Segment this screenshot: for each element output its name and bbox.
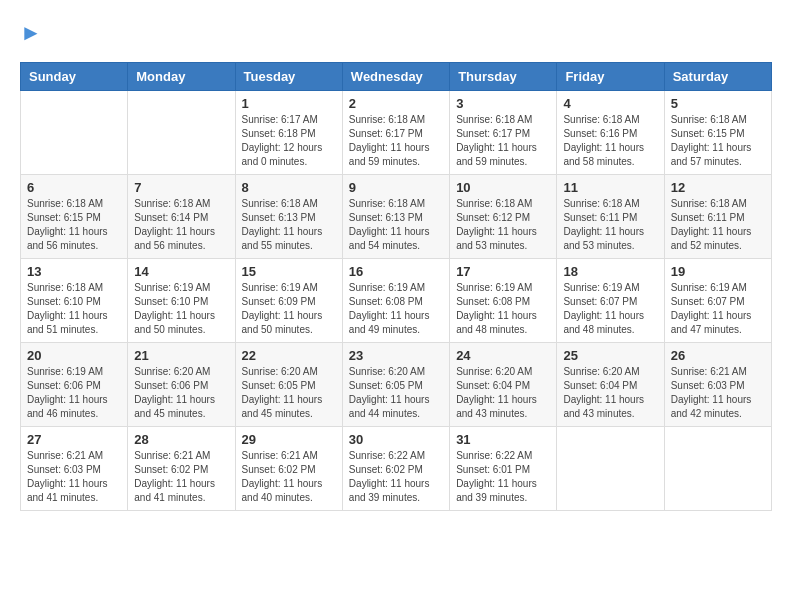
weekday-header-wednesday: Wednesday <box>342 63 449 91</box>
calendar-cell: 14Sunrise: 6:19 AM Sunset: 6:10 PM Dayli… <box>128 259 235 343</box>
day-number: 6 <box>27 180 121 195</box>
day-detail: Sunrise: 6:21 AM Sunset: 6:03 PM Dayligh… <box>27 449 121 505</box>
calendar-cell: 26Sunrise: 6:21 AM Sunset: 6:03 PM Dayli… <box>664 343 771 427</box>
day-detail: Sunrise: 6:18 AM Sunset: 6:17 PM Dayligh… <box>349 113 443 169</box>
day-number: 26 <box>671 348 765 363</box>
day-detail: Sunrise: 6:19 AM Sunset: 6:07 PM Dayligh… <box>671 281 765 337</box>
day-detail: Sunrise: 6:19 AM Sunset: 6:09 PM Dayligh… <box>242 281 336 337</box>
calendar-cell: 18Sunrise: 6:19 AM Sunset: 6:07 PM Dayli… <box>557 259 664 343</box>
day-number: 23 <box>349 348 443 363</box>
calendar-cell: 8Sunrise: 6:18 AM Sunset: 6:13 PM Daylig… <box>235 175 342 259</box>
weekday-header-row: SundayMondayTuesdayWednesdayThursdayFrid… <box>21 63 772 91</box>
day-detail: Sunrise: 6:18 AM Sunset: 6:17 PM Dayligh… <box>456 113 550 169</box>
calendar-cell: 10Sunrise: 6:18 AM Sunset: 6:12 PM Dayli… <box>450 175 557 259</box>
calendar-cell: 9Sunrise: 6:18 AM Sunset: 6:13 PM Daylig… <box>342 175 449 259</box>
logo: ► <box>20 20 42 46</box>
weekday-header-saturday: Saturday <box>664 63 771 91</box>
calendar-week-5: 27Sunrise: 6:21 AM Sunset: 6:03 PM Dayli… <box>21 427 772 511</box>
day-detail: Sunrise: 6:18 AM Sunset: 6:15 PM Dayligh… <box>27 197 121 253</box>
calendar-cell: 30Sunrise: 6:22 AM Sunset: 6:02 PM Dayli… <box>342 427 449 511</box>
day-detail: Sunrise: 6:17 AM Sunset: 6:18 PM Dayligh… <box>242 113 336 169</box>
calendar-cell: 21Sunrise: 6:20 AM Sunset: 6:06 PM Dayli… <box>128 343 235 427</box>
day-detail: Sunrise: 6:20 AM Sunset: 6:04 PM Dayligh… <box>563 365 657 421</box>
day-number: 15 <box>242 264 336 279</box>
day-number: 1 <box>242 96 336 111</box>
weekday-header-tuesday: Tuesday <box>235 63 342 91</box>
calendar-week-4: 20Sunrise: 6:19 AM Sunset: 6:06 PM Dayli… <box>21 343 772 427</box>
day-number: 5 <box>671 96 765 111</box>
day-number: 18 <box>563 264 657 279</box>
day-number: 21 <box>134 348 228 363</box>
day-number: 29 <box>242 432 336 447</box>
day-number: 28 <box>134 432 228 447</box>
calendar-cell <box>21 91 128 175</box>
calendar-cell: 19Sunrise: 6:19 AM Sunset: 6:07 PM Dayli… <box>664 259 771 343</box>
day-detail: Sunrise: 6:20 AM Sunset: 6:06 PM Dayligh… <box>134 365 228 421</box>
day-number: 20 <box>27 348 121 363</box>
day-number: 2 <box>349 96 443 111</box>
calendar-cell: 31Sunrise: 6:22 AM Sunset: 6:01 PM Dayli… <box>450 427 557 511</box>
calendar-cell: 4Sunrise: 6:18 AM Sunset: 6:16 PM Daylig… <box>557 91 664 175</box>
day-number: 30 <box>349 432 443 447</box>
day-detail: Sunrise: 6:20 AM Sunset: 6:05 PM Dayligh… <box>242 365 336 421</box>
weekday-header-friday: Friday <box>557 63 664 91</box>
weekday-header-sunday: Sunday <box>21 63 128 91</box>
calendar-week-1: 1Sunrise: 6:17 AM Sunset: 6:18 PM Daylig… <box>21 91 772 175</box>
day-detail: Sunrise: 6:19 AM Sunset: 6:08 PM Dayligh… <box>349 281 443 337</box>
day-detail: Sunrise: 6:20 AM Sunset: 6:05 PM Dayligh… <box>349 365 443 421</box>
calendar-cell: 28Sunrise: 6:21 AM Sunset: 6:02 PM Dayli… <box>128 427 235 511</box>
calendar-cell: 7Sunrise: 6:18 AM Sunset: 6:14 PM Daylig… <box>128 175 235 259</box>
day-detail: Sunrise: 6:18 AM Sunset: 6:11 PM Dayligh… <box>671 197 765 253</box>
day-number: 13 <box>27 264 121 279</box>
day-detail: Sunrise: 6:20 AM Sunset: 6:04 PM Dayligh… <box>456 365 550 421</box>
calendar-cell: 27Sunrise: 6:21 AM Sunset: 6:03 PM Dayli… <box>21 427 128 511</box>
day-detail: Sunrise: 6:18 AM Sunset: 6:13 PM Dayligh… <box>242 197 336 253</box>
calendar-cell: 6Sunrise: 6:18 AM Sunset: 6:15 PM Daylig… <box>21 175 128 259</box>
day-number: 9 <box>349 180 443 195</box>
calendar-table: SundayMondayTuesdayWednesdayThursdayFrid… <box>20 62 772 511</box>
day-detail: Sunrise: 6:19 AM Sunset: 6:08 PM Dayligh… <box>456 281 550 337</box>
calendar-cell: 29Sunrise: 6:21 AM Sunset: 6:02 PM Dayli… <box>235 427 342 511</box>
calendar-cell: 24Sunrise: 6:20 AM Sunset: 6:04 PM Dayli… <box>450 343 557 427</box>
weekday-header-thursday: Thursday <box>450 63 557 91</box>
day-number: 27 <box>27 432 121 447</box>
calendar-cell: 20Sunrise: 6:19 AM Sunset: 6:06 PM Dayli… <box>21 343 128 427</box>
day-number: 11 <box>563 180 657 195</box>
day-detail: Sunrise: 6:21 AM Sunset: 6:02 PM Dayligh… <box>134 449 228 505</box>
logo-bird-icon: ► <box>20 20 42 45</box>
calendar-cell: 2Sunrise: 6:18 AM Sunset: 6:17 PM Daylig… <box>342 91 449 175</box>
day-detail: Sunrise: 6:21 AM Sunset: 6:03 PM Dayligh… <box>671 365 765 421</box>
day-detail: Sunrise: 6:18 AM Sunset: 6:15 PM Dayligh… <box>671 113 765 169</box>
day-detail: Sunrise: 6:19 AM Sunset: 6:07 PM Dayligh… <box>563 281 657 337</box>
day-number: 10 <box>456 180 550 195</box>
calendar-cell: 1Sunrise: 6:17 AM Sunset: 6:18 PM Daylig… <box>235 91 342 175</box>
day-number: 25 <box>563 348 657 363</box>
calendar-cell: 11Sunrise: 6:18 AM Sunset: 6:11 PM Dayli… <box>557 175 664 259</box>
day-number: 19 <box>671 264 765 279</box>
calendar-cell: 3Sunrise: 6:18 AM Sunset: 6:17 PM Daylig… <box>450 91 557 175</box>
calendar-cell <box>128 91 235 175</box>
day-detail: Sunrise: 6:19 AM Sunset: 6:10 PM Dayligh… <box>134 281 228 337</box>
calendar-cell: 15Sunrise: 6:19 AM Sunset: 6:09 PM Dayli… <box>235 259 342 343</box>
calendar-cell: 12Sunrise: 6:18 AM Sunset: 6:11 PM Dayli… <box>664 175 771 259</box>
day-number: 14 <box>134 264 228 279</box>
day-detail: Sunrise: 6:18 AM Sunset: 6:12 PM Dayligh… <box>456 197 550 253</box>
calendar-cell: 25Sunrise: 6:20 AM Sunset: 6:04 PM Dayli… <box>557 343 664 427</box>
day-detail: Sunrise: 6:22 AM Sunset: 6:02 PM Dayligh… <box>349 449 443 505</box>
day-detail: Sunrise: 6:21 AM Sunset: 6:02 PM Dayligh… <box>242 449 336 505</box>
calendar-cell: 22Sunrise: 6:20 AM Sunset: 6:05 PM Dayli… <box>235 343 342 427</box>
day-number: 8 <box>242 180 336 195</box>
day-number: 24 <box>456 348 550 363</box>
calendar-cell: 5Sunrise: 6:18 AM Sunset: 6:15 PM Daylig… <box>664 91 771 175</box>
day-detail: Sunrise: 6:18 AM Sunset: 6:10 PM Dayligh… <box>27 281 121 337</box>
day-number: 31 <box>456 432 550 447</box>
day-detail: Sunrise: 6:18 AM Sunset: 6:11 PM Dayligh… <box>563 197 657 253</box>
day-number: 4 <box>563 96 657 111</box>
day-detail: Sunrise: 6:18 AM Sunset: 6:13 PM Dayligh… <box>349 197 443 253</box>
page-header: ► <box>20 20 772 46</box>
day-number: 22 <box>242 348 336 363</box>
day-number: 7 <box>134 180 228 195</box>
day-number: 12 <box>671 180 765 195</box>
day-detail: Sunrise: 6:22 AM Sunset: 6:01 PM Dayligh… <box>456 449 550 505</box>
calendar-cell: 13Sunrise: 6:18 AM Sunset: 6:10 PM Dayli… <box>21 259 128 343</box>
